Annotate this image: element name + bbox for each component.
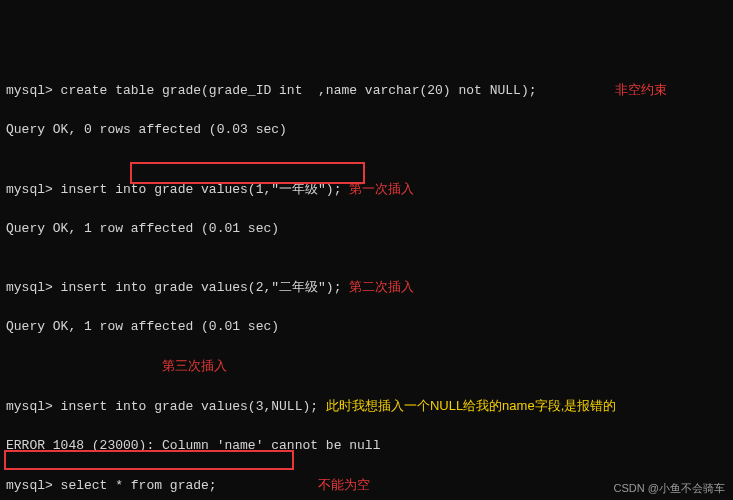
term-line: mysql> insert into grade values(3,NULL);… [6,396,727,417]
ann-nonnull: 非空约束 [615,82,667,97]
term-line: Query OK, 1 row affected (0.01 sec) [6,317,727,337]
term-line: Query OK, 1 row affected (0.01 sec) [6,219,727,239]
term-line: mysql> create table grade(grade_ID int ,… [6,80,727,101]
term-line: mysql> insert into grade values(1,"一年级")… [6,179,727,200]
term-line: Query OK, 0 rows affected (0.03 sec) [6,120,727,140]
term-line: ERROR 1048 (23000): Column 'name' cannot… [6,436,727,456]
ann-cant-null: 不能为空 [318,477,370,492]
watermark: CSDN @小鱼不会骑车 [614,480,725,497]
ann-insert3: 第三次插入 [162,358,227,373]
term-line: 第三次插入 [6,356,727,377]
ann-null-note: 此时我想插入一个NULL给我的name字段,是报错的 [326,398,616,413]
ann-insert2: 第二次插入 [349,279,414,294]
ann-insert1: 第一次插入 [349,181,414,196]
term-line: mysql> insert into grade values(2,"二年级")… [6,277,727,298]
